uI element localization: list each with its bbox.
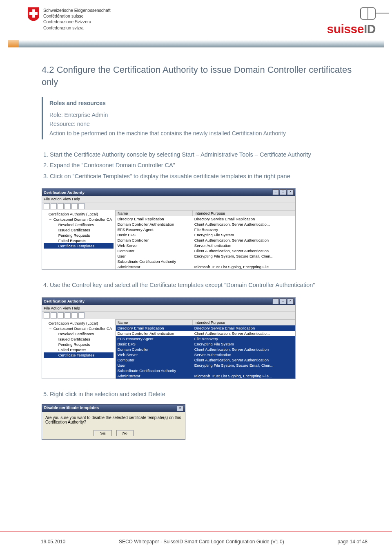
tree-node[interactable]: Revoked Certificates bbox=[44, 222, 114, 227]
tree-node[interactable]: Certificate Templates bbox=[44, 352, 114, 358]
template-list[interactable]: NameIntended PurposeDirectory Email Repl… bbox=[116, 210, 295, 269]
table-row[interactable]: UserEncrypting File System, Secure Email… bbox=[116, 253, 295, 259]
console-tree[interactable]: Certification Authority (Local)− Contoso… bbox=[42, 210, 116, 269]
window-title: Certification Authority bbox=[44, 299, 85, 303]
tree-node[interactable]: Issued Certificates bbox=[44, 227, 114, 233]
header: Schweizerische EidgenossenschaftConfédér… bbox=[0, 0, 392, 38]
tree-node[interactable]: Certification Authority (Local) bbox=[44, 321, 114, 326]
tree-node[interactable]: Issued Certificates bbox=[44, 336, 114, 342]
table-row[interactable]: Basic EFSEncrypting File System bbox=[116, 341, 295, 347]
step-item: Right click in the selection and select … bbox=[50, 390, 358, 399]
steps-list-4: Use the Control key and select all the C… bbox=[42, 280, 358, 289]
cert-authority-window-1: Certification Authority _□× File Action … bbox=[42, 188, 296, 270]
steps-list-5: Right click in the selection and select … bbox=[42, 390, 358, 399]
dialog-message: Are you sure you want to disable the sel… bbox=[42, 412, 185, 428]
menubar[interactable]: File Action View Help bbox=[42, 196, 295, 202]
table-row[interactable]: Domain ControllerClient Authentication, … bbox=[116, 347, 295, 352]
cert-authority-window-2: Certification Authority _□× File Action … bbox=[42, 297, 296, 379]
step-item: Expand the "Contosonet Domain Controller… bbox=[50, 161, 358, 170]
table-row[interactable]: Subordinate Certification Authority bbox=[116, 368, 295, 373]
tree-node[interactable]: Pending Requests bbox=[44, 233, 114, 238]
table-row[interactable]: ComputerClient Authentication, Server Au… bbox=[116, 248, 295, 253]
column-header[interactable]: Name bbox=[116, 319, 193, 325]
tree-node[interactable]: Failed Requests bbox=[44, 238, 114, 243]
suisseid-logo: suisseID bbox=[327, 7, 376, 36]
no-button[interactable]: No bbox=[116, 430, 134, 436]
logo-gray-part: ID bbox=[364, 22, 376, 36]
column-header[interactable]: Name bbox=[116, 211, 193, 216]
swiss-shield-icon bbox=[28, 7, 39, 21]
minimize-icon[interactable]: _ bbox=[272, 189, 279, 195]
table-row[interactable]: Basic EFSEncrypting File System bbox=[116, 232, 295, 238]
menubar[interactable]: File Action View Help bbox=[42, 305, 295, 311]
column-header[interactable]: Intended Purpose bbox=[193, 211, 295, 216]
tree-node[interactable]: − Contosonet Domain Controller CA bbox=[44, 217, 114, 222]
yes-button[interactable]: Yes bbox=[94, 430, 112, 436]
console-tree[interactable]: Certification Authority (Local)− Contoso… bbox=[42, 319, 116, 379]
page: Schweizerische EidgenossenschaftConfédér… bbox=[0, 0, 392, 556]
section-heading: 4.2 Configure the Certification Authorit… bbox=[42, 64, 358, 88]
table-row[interactable]: EFS Recovery AgentFile Recovery bbox=[116, 336, 295, 341]
confederation-names: Schweizerische EidgenossenschaftConfédér… bbox=[43, 7, 111, 31]
tree-node[interactable]: Certificate Templates bbox=[44, 243, 114, 249]
template-list[interactable]: NameIntended PurposeDirectory Email Repl… bbox=[116, 319, 295, 379]
footer-page: page 14 of 48 bbox=[338, 539, 368, 545]
table-row[interactable]: Web ServerServer Authentication bbox=[116, 243, 295, 248]
close-icon[interactable]: × bbox=[287, 298, 294, 304]
maximize-icon[interactable]: □ bbox=[280, 298, 286, 304]
window-title: Certification Authority bbox=[44, 190, 85, 195]
tree-node[interactable]: Pending Requests bbox=[44, 342, 114, 347]
step-item: Use the Control key and select all the C… bbox=[50, 280, 358, 289]
table-row[interactable]: Domain Controller AuthenticationClient A… bbox=[116, 331, 295, 336]
minimize-icon[interactable]: _ bbox=[272, 298, 279, 304]
dialog-title: Disable certificate templates bbox=[44, 406, 99, 411]
logo-red-part: suisse bbox=[327, 22, 364, 36]
roles-callout: Roles and resources Role: Enterprise Adm… bbox=[42, 97, 358, 139]
table-row[interactable]: Directory Email ReplicationDirectory Ser… bbox=[116, 216, 295, 222]
footer: 19.05.2010 SECO Whitepaper - SuisseID Sm… bbox=[0, 531, 392, 556]
callout-title: Roles and resources bbox=[49, 99, 358, 108]
tree-node[interactable]: Certification Authority (Local) bbox=[44, 211, 114, 217]
callout-body: Role: Enterprise AdminResource: noneActi… bbox=[49, 110, 358, 138]
toolbar[interactable] bbox=[42, 311, 295, 319]
table-row[interactable]: AdministratorMicrosoft Trust List Signin… bbox=[116, 373, 295, 379]
content: 4.2 Configure the Certification Authorit… bbox=[0, 47, 392, 440]
table-row[interactable]: Domain Controller AuthenticationClient A… bbox=[116, 222, 295, 227]
toolbar[interactable] bbox=[42, 202, 295, 210]
chip-icon bbox=[360, 7, 376, 20]
tree-node[interactable]: − Contosonet Domain Controller CA bbox=[44, 326, 114, 331]
footer-date: 19.05.2010 bbox=[41, 539, 65, 545]
window-titlebar: Certification Authority _□× bbox=[42, 188, 295, 196]
column-header[interactable]: Intended Purpose bbox=[193, 319, 295, 325]
maximize-icon[interactable]: □ bbox=[280, 189, 286, 195]
step-item: Click on "Certificate Templates" to disp… bbox=[50, 172, 358, 181]
table-row[interactable]: EFS Recovery AgentFile Recovery bbox=[116, 227, 295, 232]
tree-node[interactable]: Revoked Certificates bbox=[44, 331, 114, 336]
table-row[interactable]: Web ServerServer Authentication bbox=[116, 352, 295, 357]
table-row[interactable]: Domain ControllerClient Authentication, … bbox=[116, 238, 295, 243]
table-row[interactable]: ComputerClient Authentication, Server Au… bbox=[116, 357, 295, 363]
table-row[interactable]: Directory Email ReplicationDirectory Ser… bbox=[116, 325, 295, 331]
disable-templates-dialog: Disable certificate templates× Are you s… bbox=[42, 404, 185, 440]
steps-list: Start the Certificate Authority console … bbox=[42, 150, 358, 181]
svg-rect-1 bbox=[29, 12, 38, 15]
header-bar bbox=[8, 40, 384, 47]
close-icon[interactable]: × bbox=[177, 406, 183, 411]
table-row[interactable]: UserEncrypting File System, Secure Email… bbox=[116, 363, 295, 368]
footer-title: SECO Whitepaper - SuisseID Smart Card Lo… bbox=[119, 539, 284, 545]
step-item: Start the Certificate Authority console … bbox=[50, 150, 358, 159]
table-row[interactable]: Subordinate Certification Authority bbox=[116, 259, 295, 264]
close-icon[interactable]: × bbox=[287, 189, 294, 195]
window-titlebar: Certification Authority _□× bbox=[42, 298, 295, 305]
tree-node[interactable]: Failed Requests bbox=[44, 347, 114, 352]
table-row[interactable]: AdministratorMicrosoft Trust List Signin… bbox=[116, 264, 295, 269]
swiss-confederation-block: Schweizerische EidgenossenschaftConfédér… bbox=[28, 7, 111, 31]
